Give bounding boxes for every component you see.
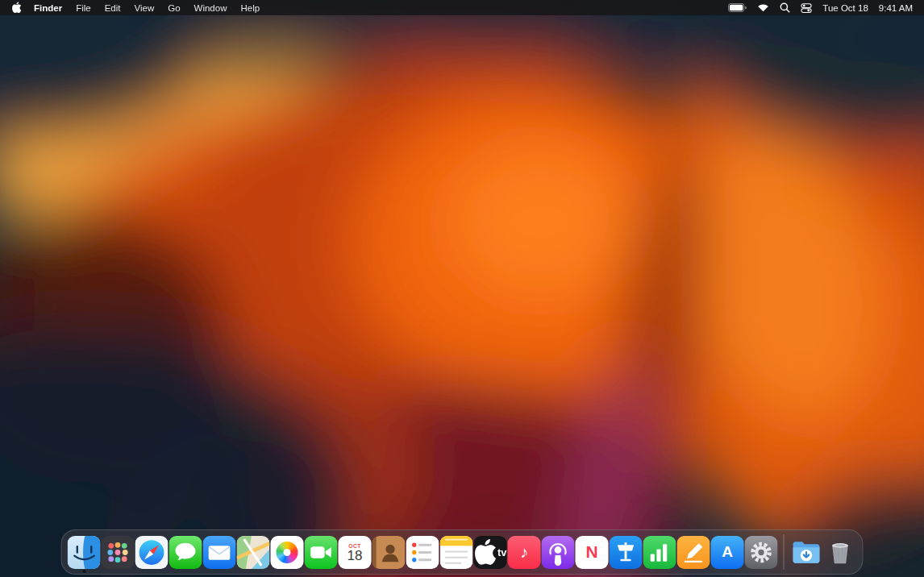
dock-item-safari[interactable] bbox=[135, 536, 169, 569]
keynote-icon bbox=[610, 536, 643, 569]
apple-tv-logo-icon bbox=[474, 536, 497, 569]
dock-item-mail[interactable] bbox=[203, 536, 236, 569]
macos-desktop: { "menu_bar": { "app_name": "Finder", "m… bbox=[0, 0, 924, 577]
dock-item-numbers[interactable] bbox=[643, 536, 676, 569]
dock-item-reminders[interactable] bbox=[406, 536, 439, 569]
contacts-icon bbox=[373, 536, 406, 569]
dock-item-maps[interactable] bbox=[237, 536, 270, 569]
dock-item-downloads[interactable] bbox=[790, 536, 823, 569]
notes-icon bbox=[440, 536, 473, 569]
wifi-icon[interactable] bbox=[757, 3, 769, 12]
maps-icon bbox=[237, 536, 270, 569]
downloads-folder-icon bbox=[790, 536, 823, 569]
dock: OCT 18 bbox=[61, 529, 864, 575]
dock-item-keynote[interactable] bbox=[610, 536, 643, 569]
dock-item-calendar[interactable]: OCT 18 bbox=[339, 536, 372, 569]
messages-icon bbox=[169, 536, 202, 569]
dock-separator bbox=[784, 534, 785, 570]
mail-icon bbox=[203, 536, 236, 569]
menu-bar-status: Tue Oct 18 9:41 AM bbox=[728, 2, 913, 14]
control-center-icon[interactable] bbox=[801, 2, 812, 14]
dock-item-tv[interactable]: tv bbox=[474, 536, 507, 569]
menu-bar-left: Finder File Edit View Go Window Help bbox=[11, 2, 260, 14]
dock-item-system-settings[interactable] bbox=[745, 536, 778, 569]
menu-bar-date[interactable]: Tue Oct 18 bbox=[822, 3, 868, 13]
apple-icon bbox=[11, 2, 22, 14]
system-settings-gear-icon bbox=[745, 536, 778, 569]
menu-edit[interactable]: Edit bbox=[105, 3, 121, 13]
news-logo-icon: N bbox=[585, 542, 597, 562]
menu-bar: Finder File Edit View Go Window Help bbox=[0, 0, 924, 15]
spotlight-icon[interactable] bbox=[780, 2, 790, 13]
app-store-logo-icon: A bbox=[722, 543, 733, 561]
running-indicator bbox=[82, 570, 85, 573]
dock-item-messages[interactable] bbox=[169, 536, 202, 569]
music-note-icon: ♪ bbox=[520, 544, 528, 560]
menu-go[interactable]: Go bbox=[168, 3, 180, 13]
pages-icon bbox=[677, 536, 710, 569]
reminders-icon bbox=[406, 536, 439, 569]
dock-item-podcasts[interactable] bbox=[542, 536, 575, 569]
menu-window[interactable]: Window bbox=[194, 3, 227, 13]
numbers-icon bbox=[643, 536, 676, 569]
battery-icon[interactable] bbox=[728, 3, 747, 12]
menu-bar-clock[interactable]: 9:41 AM bbox=[879, 3, 913, 13]
menu-view[interactable]: View bbox=[135, 3, 155, 13]
menu-file[interactable]: File bbox=[76, 3, 91, 13]
dock-item-photos[interactable] bbox=[271, 536, 304, 569]
dock-item-news[interactable]: N bbox=[576, 536, 609, 569]
podcasts-icon bbox=[542, 536, 575, 569]
tv-label: tv bbox=[497, 546, 507, 558]
apple-menu[interactable] bbox=[11, 2, 22, 14]
dock-item-facetime[interactable] bbox=[305, 536, 338, 569]
dock-item-notes[interactable] bbox=[440, 536, 473, 569]
dock-item-pages[interactable] bbox=[677, 536, 710, 569]
menu-help[interactable]: Help bbox=[240, 3, 260, 13]
dock-item-trash[interactable] bbox=[824, 536, 857, 569]
safari-icon bbox=[135, 536, 169, 569]
trash-basket-icon bbox=[824, 536, 857, 569]
dock-item-launchpad[interactable] bbox=[102, 536, 135, 569]
launchpad-icon bbox=[102, 536, 135, 569]
dock-item-finder[interactable] bbox=[68, 536, 101, 569]
calendar-day-label: 18 bbox=[348, 549, 363, 563]
photos-pinwheel-icon bbox=[277, 542, 298, 563]
facetime-icon bbox=[305, 536, 338, 569]
dock-item-music[interactable]: ♪ bbox=[508, 536, 541, 569]
dock-item-contacts[interactable] bbox=[373, 536, 406, 569]
dock-item-app-store[interactable]: A bbox=[711, 536, 744, 569]
finder-icon bbox=[68, 536, 101, 569]
desktop-wallpaper bbox=[0, 0, 924, 577]
active-app-menu[interactable]: Finder bbox=[34, 3, 62, 13]
